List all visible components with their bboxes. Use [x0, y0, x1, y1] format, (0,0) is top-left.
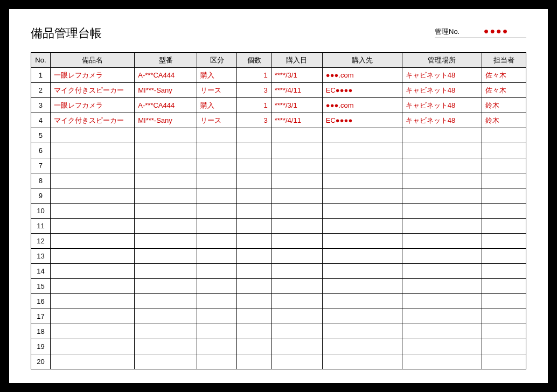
cell-date: [271, 324, 322, 339]
cell-category: [197, 173, 237, 188]
cell-qty: [237, 143, 271, 158]
cell-location: [402, 219, 482, 234]
cell-category: 購入: [197, 98, 237, 113]
cell-date: [271, 234, 322, 249]
cell-owner: [482, 294, 526, 309]
cell-no: 6: [31, 143, 51, 158]
cell-name: [50, 143, 134, 158]
cell-name: [50, 158, 134, 173]
table-row: 11: [31, 219, 526, 234]
cell-owner: [482, 309, 526, 324]
cell-shop: [322, 188, 402, 204]
cell-name: マイク付きスピーカー: [50, 113, 134, 128]
cell-no: 18: [31, 324, 51, 339]
cell-model: [135, 173, 197, 188]
cell-name: マイク付きスピーカー: [50, 83, 134, 98]
cell-owner: 鈴木: [482, 113, 526, 128]
cell-qty: [237, 219, 271, 234]
table-body: 1一眼レフカメラA-***CA444購入1****/3/1●●●.comキャビネ…: [31, 68, 526, 369]
cell-location: [402, 128, 482, 143]
cell-location: [402, 173, 482, 188]
cell-model: [135, 219, 197, 234]
management-number-label: 管理No.: [435, 27, 459, 37]
header-location: 管理場所: [402, 53, 482, 68]
cell-model: [135, 143, 197, 158]
cell-no: 12: [31, 234, 51, 249]
header-qty: 個数: [237, 53, 271, 68]
cell-date: [271, 294, 322, 309]
cell-name: 一眼レフカメラ: [50, 98, 134, 113]
cell-location: [402, 264, 482, 279]
cell-owner: [482, 264, 526, 279]
cell-model: [135, 354, 197, 369]
cell-qty: [237, 173, 271, 188]
cell-location: キャビネット48: [402, 98, 482, 113]
table-row: 20: [31, 354, 526, 369]
cell-model: [135, 264, 197, 279]
cell-location: [402, 204, 482, 219]
cell-qty: 3: [237, 113, 271, 128]
cell-category: [197, 324, 237, 339]
cell-name: [50, 234, 134, 249]
cell-date: [271, 143, 322, 158]
cell-qty: 1: [237, 98, 271, 113]
cell-location: [402, 249, 482, 264]
cell-date: [271, 219, 322, 234]
cell-name: [50, 279, 134, 294]
cell-no: 10: [31, 204, 51, 219]
cell-date: [271, 339, 322, 354]
management-number-field: 管理No. ●●●●: [435, 26, 526, 38]
cell-category: [197, 264, 237, 279]
cell-owner: 鈴木: [482, 98, 526, 113]
cell-name: [50, 204, 134, 219]
cell-owner: [482, 188, 526, 204]
table-row: 14: [31, 264, 526, 279]
cell-shop: [322, 249, 402, 264]
cell-location: [402, 339, 482, 354]
cell-location: [402, 294, 482, 309]
cell-location: キャビネット48: [402, 68, 482, 83]
cell-name: [50, 249, 134, 264]
cell-location: [402, 354, 482, 369]
cell-name: [50, 264, 134, 279]
header-name: 備品名: [50, 53, 134, 68]
page-title: 備品管理台帳: [31, 25, 102, 41]
cell-name: [50, 324, 134, 339]
cell-shop: EC●●●●: [322, 83, 402, 98]
cell-owner: [482, 158, 526, 173]
table-row: 6: [31, 143, 526, 158]
document-page: 備品管理台帳 管理No. ●●●● No. 備品名 型番 区分 個数 購入日 購…: [9, 9, 548, 383]
cell-qty: [237, 249, 271, 264]
cell-category: [197, 143, 237, 158]
cell-no: 15: [31, 279, 51, 294]
cell-shop: [322, 173, 402, 188]
cell-location: [402, 188, 482, 204]
cell-category: [197, 249, 237, 264]
cell-date: [271, 188, 322, 204]
cell-owner: [482, 204, 526, 219]
cell-shop: [322, 143, 402, 158]
cell-model: [135, 204, 197, 219]
table-row: 8: [31, 173, 526, 188]
cell-date: ****/4/11: [271, 83, 322, 98]
table-row: 3一眼レフカメラA-***CA444購入1****/3/1●●●.comキャビネ…: [31, 98, 526, 113]
cell-qty: [237, 294, 271, 309]
cell-model: [135, 339, 197, 354]
cell-no: 4: [31, 113, 51, 128]
cell-location: [402, 143, 482, 158]
cell-category: [197, 309, 237, 324]
cell-owner: [482, 324, 526, 339]
cell-model: [135, 188, 197, 204]
table-row: 2マイク付きスピーカーMI***-Sanyリース3****/4/11EC●●●●…: [31, 83, 526, 98]
cell-name: [50, 128, 134, 143]
cell-location: [402, 234, 482, 249]
cell-shop: ●●●.com: [322, 98, 402, 113]
cell-date: [271, 128, 322, 143]
cell-location: [402, 279, 482, 294]
cell-category: [197, 219, 237, 234]
cell-no: 5: [31, 128, 51, 143]
cell-no: 14: [31, 264, 51, 279]
cell-shop: [322, 219, 402, 234]
header-shop: 購入先: [322, 53, 402, 68]
table-row: 15: [31, 279, 526, 294]
